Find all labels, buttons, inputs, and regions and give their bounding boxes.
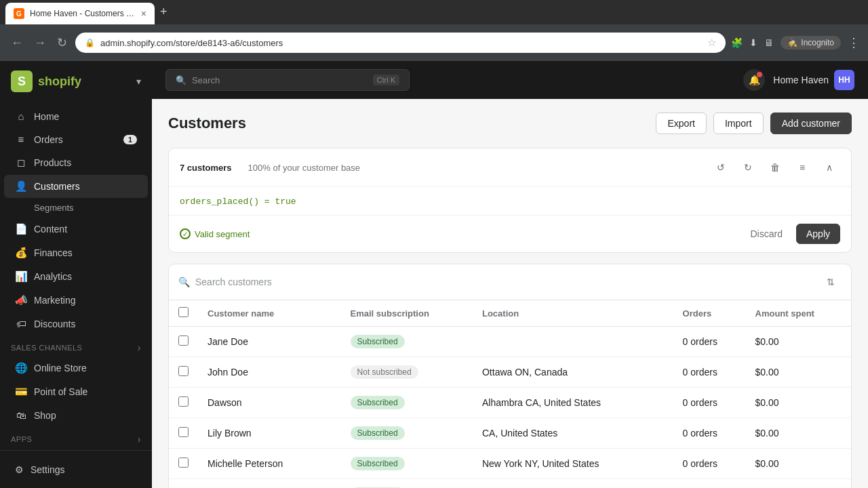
sidebar-item-discounts[interactable]: 🏷 Discounts — [4, 312, 148, 335]
finances-icon: 💰 — [15, 247, 27, 259]
point-of-sale-icon: 💳 — [15, 386, 27, 398]
sidebar-item-content[interactable]: 📄 Content — [4, 218, 148, 241]
sidebar-label-marketing: Marketing — [34, 295, 75, 306]
table-row[interactable]: Jane Doe ⧉ Subscribed 0 orders $0.00 — [169, 327, 851, 357]
sidebar-label-customers: Customers — [34, 181, 80, 192]
row-orders: 0 orders — [673, 327, 746, 357]
discard-button[interactable]: Discard — [743, 224, 791, 244]
row-customer-name[interactable]: Lily Brown ⧉ — [198, 418, 341, 449]
tab-close-button[interactable]: × — [141, 8, 146, 19]
table-row[interactable]: Dawson ⧉ Subscribed Alhambra CA, United … — [169, 388, 851, 418]
incognito-label: Incognito — [801, 38, 834, 47]
col-email-subscription: Email subscription — [341, 300, 473, 327]
row-checkbox[interactable] — [178, 396, 189, 407]
row-checkbox[interactable] — [178, 336, 189, 346]
sidebar-item-analytics[interactable]: 📊 Analytics — [4, 265, 148, 288]
table-row[interactable]: Sarah Tyler ⧉ Subscribed Los Angeles CA,… — [169, 479, 851, 489]
apply-button[interactable]: Apply — [796, 224, 840, 244]
sidebar-item-settings[interactable]: ⚙ Settings — [8, 459, 144, 481]
sidebar-item-point-of-sale[interactable]: 💳 Point of Sale — [4, 380, 148, 403]
filter-undo-button[interactable]: ↺ — [710, 157, 732, 178]
valid-icon: ✓ — [180, 228, 191, 239]
table-header: Customer name Email subscription Locatio… — [169, 300, 851, 327]
sales-channels-expand-icon[interactable]: › — [138, 342, 141, 353]
sidebar-item-home[interactable]: ⌂ Home — [4, 105, 148, 127]
active-tab[interactable]: G Home Haven - Customers - Sho... × — [5, 3, 155, 24]
sidebar-footer: ⚙ Settings — [0, 450, 152, 488]
row-checkbox-cell — [169, 449, 198, 479]
shopify-logo-text: shopify — [38, 75, 81, 89]
table-search-icon: 🔍 — [178, 277, 190, 287]
row-location: New York NY, United States — [473, 449, 673, 479]
row-location: Los Angeles CA, United States — [473, 479, 673, 489]
tab-title: Home Haven - Customers - Sho... — [30, 9, 136, 18]
sidebar-label-segments: Segments — [34, 203, 74, 213]
customer-name-text: John Doe — [208, 367, 248, 378]
row-orders: 0 orders — [673, 418, 746, 449]
row-amount-spent: $23.00 — [746, 479, 851, 489]
table-row[interactable]: Lily Brown ⧉ Subscribed CA, United State… — [169, 418, 851, 449]
filter-delete-button[interactable]: 🗑 — [764, 157, 786, 178]
row-amount-spent: $0.00 — [746, 449, 851, 479]
col-location: Location — [473, 300, 673, 327]
sidebar-item-products[interactable]: ◻ Products — [4, 151, 148, 174]
row-customer-name[interactable]: John Doe ⧉ — [198, 357, 341, 388]
customer-table: Customer name Email subscription Locatio… — [169, 300, 851, 488]
row-location: Ottawa ON, Canada — [473, 357, 673, 388]
store-info[interactable]: Home Haven HH — [773, 70, 854, 90]
row-customer-name[interactable]: Jane Doe ⧉ — [198, 327, 341, 357]
sidebar-item-segments[interactable]: Segments — [4, 199, 148, 217]
apps-expand-icon[interactable]: › — [138, 434, 141, 445]
search-input[interactable] — [195, 277, 814, 287]
row-checkbox-cell — [169, 479, 198, 489]
filter-options-button[interactable]: ≡ — [791, 157, 813, 178]
filter-redo-button[interactable]: ↻ — [737, 157, 759, 178]
shopify-logo[interactable]: S shopify — [11, 70, 81, 92]
back-button[interactable]: ← — [8, 33, 26, 53]
filter-footer-actions: Discard Apply — [743, 224, 841, 244]
sidebar-item-customers[interactable]: 👤 Customers — [4, 175, 148, 198]
row-customer-name[interactable]: Dawson ⧉ — [198, 388, 341, 418]
sidebar-item-finances[interactable]: 💰 Finances — [4, 241, 148, 264]
sidebar-label-finances: Finances — [34, 247, 73, 258]
global-search[interactable]: 🔍 Search Ctrl K — [165, 69, 410, 91]
sidebar-item-shop[interactable]: 🛍 Shop — [4, 404, 148, 426]
sidebar-item-orders[interactable]: ≡ Orders 1 — [4, 128, 148, 150]
forward-button[interactable]: → — [31, 33, 49, 53]
row-orders: 1 order — [673, 479, 746, 489]
address-bar[interactable]: 🔒 admin.shopify.com/store/de8143-a6/cust… — [75, 33, 726, 53]
shopify-logo-icon: S — [11, 70, 33, 92]
filter-footer: ✓ Valid segment Discard Apply — [169, 215, 851, 252]
store-dropdown-icon[interactable]: ▾ — [136, 76, 141, 87]
sidebar-item-online-store[interactable]: 🌐 Online Store — [4, 357, 148, 380]
row-location: CA, United States — [473, 418, 673, 449]
row-checkbox[interactable] — [178, 366, 189, 376]
url-text: admin.shopify.com/store/de8143-a6/custom… — [100, 38, 702, 48]
row-checkbox[interactable] — [178, 458, 189, 468]
row-customer-name[interactable]: Sarah Tyler ⧉ — [198, 479, 341, 489]
sidebar-item-marketing[interactable]: 📣 Marketing — [4, 289, 148, 312]
table-row[interactable]: John Doe ⧉ Not subscribed Ottawa ON, Can… — [169, 357, 851, 388]
bookmark-icon[interactable]: ☆ — [707, 37, 716, 49]
row-customer-name[interactable]: Michelle Peterson ⧉ — [198, 449, 341, 479]
new-tab-button[interactable]: + — [155, 0, 173, 24]
filter-collapse-button[interactable]: ∧ — [818, 157, 840, 178]
row-subscription: Subscribed — [341, 327, 473, 357]
row-checkbox[interactable] — [178, 427, 189, 437]
refresh-button[interactable]: ↻ — [54, 33, 70, 53]
sort-button[interactable]: ⇅ — [820, 271, 842, 293]
notification-button[interactable]: 🔔 — [743, 69, 765, 91]
extensions-icon[interactable]: 🧩 — [731, 37, 743, 48]
add-customer-button[interactable]: Add customer — [770, 113, 852, 134]
page-header: Customers Export Import Add customer — [168, 113, 852, 134]
export-button[interactable]: Export — [656, 113, 706, 134]
sidebar-label-point-of-sale: Point of Sale — [34, 386, 87, 397]
import-button[interactable]: Import — [713, 113, 764, 134]
filter-query[interactable]: orders_placed() = true — [180, 197, 296, 207]
menu-icon[interactable]: ⋮ — [848, 35, 860, 50]
desktop-icon[interactable]: 🖥 — [764, 37, 774, 48]
download-icon[interactable]: ⬇ — [749, 37, 757, 48]
page-actions: Export Import Add customer — [656, 113, 852, 134]
table-row[interactable]: Michelle Peterson ⧉ Subscribed New York … — [169, 449, 851, 479]
select-all-checkbox[interactable] — [178, 307, 189, 317]
